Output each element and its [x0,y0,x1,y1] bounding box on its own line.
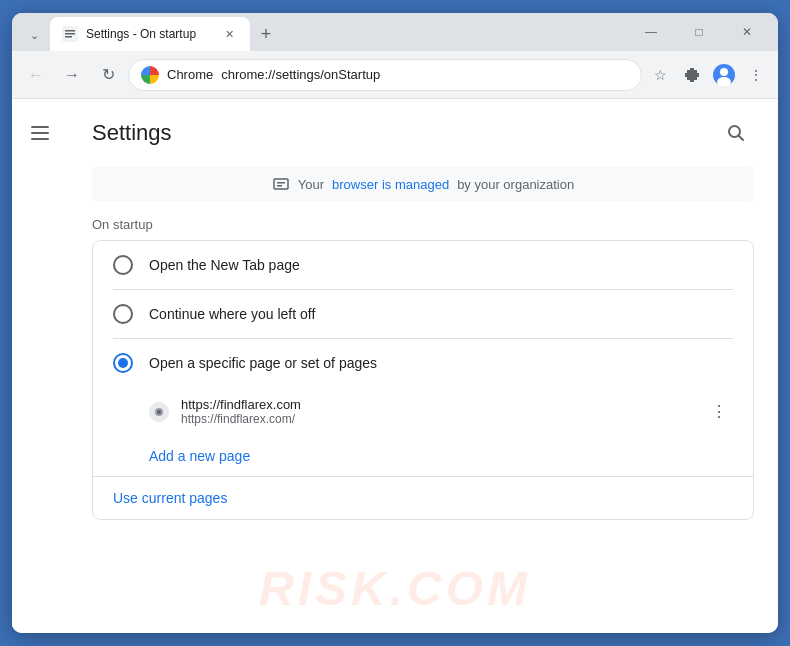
svg-line-8 [739,136,744,141]
back-button[interactable]: ← [20,59,52,91]
settings-sidebar [12,99,68,633]
chrome-logo-icon [141,66,159,84]
radio-specific-page[interactable] [113,353,133,373]
add-new-page-link[interactable]: Add a new page [93,436,753,476]
address-bar: ← → ↻ Chrome chrome://settings/onStartup… [12,51,778,99]
radio-inner-dot [118,358,128,368]
maximize-button[interactable]: □ [676,13,722,51]
address-icons: ☆ ⋮ [646,61,770,89]
forward-button[interactable]: → [56,59,88,91]
tab-title: Settings - On startup [86,27,212,41]
reload-button[interactable]: ↻ [92,59,124,91]
page-url-sub: https://findflarex.com/ [181,412,693,426]
page-content: Settings Your browser is managed by your… [12,99,778,633]
add-new-page-anchor[interactable]: Add a new page [149,448,250,464]
address-url: chrome://settings/onStartup [221,67,629,82]
extensions-icon[interactable] [678,61,706,89]
svg-rect-11 [277,185,282,187]
options-card: Open the New Tab page Continue where you… [92,240,754,520]
managed-link[interactable]: browser is managed [332,177,449,192]
svg-point-5 [720,68,728,76]
profile-icon[interactable] [710,61,738,89]
option-specific-page[interactable]: Open a specific page or set of pages [93,339,753,387]
tab-favicon [62,26,78,42]
radio-continue[interactable] [113,304,133,324]
page-entry-menu-button[interactable]: ⋮ [705,398,733,426]
radio-new-tab[interactable] [113,255,133,275]
svg-point-14 [157,410,161,414]
tab-close-button[interactable]: ✕ [220,25,238,43]
section-title: On startup [92,217,754,232]
window-controls: — □ ✕ [628,13,770,51]
active-tab[interactable]: Settings - On startup ✕ [50,17,250,51]
on-startup-section: On startup Open the New Tab page Continu… [68,217,778,520]
option-continue-label: Continue where you left off [149,306,315,322]
title-bar: ⌄ Settings - On startup ✕ + — □ ✕ [12,13,778,51]
option-new-tab-label: Open the New Tab page [149,257,300,273]
page-urls: https://findflarex.com https://findflare… [181,397,693,426]
bookmark-icon[interactable]: ☆ [646,61,674,89]
page-url-main: https://findflarex.com [181,397,693,412]
new-tab-button[interactable]: + [252,20,280,48]
svg-rect-10 [277,182,285,184]
managed-text-after: by your organization [457,177,574,192]
close-button[interactable]: ✕ [724,13,770,51]
hamburger-line-3 [31,138,49,140]
sidebar-menu-button[interactable] [22,115,58,151]
address-field[interactable]: Chrome chrome://settings/onStartup [128,59,642,91]
svg-rect-2 [65,33,75,35]
option-continue[interactable]: Continue where you left off [93,290,753,338]
search-button[interactable] [718,115,754,151]
use-current-pages-link[interactable]: Use current pages [113,490,227,506]
svg-rect-9 [274,179,288,189]
page-title: Settings [92,120,172,146]
svg-rect-1 [65,30,75,32]
managed-banner: Your browser is managed by your organiza… [92,167,754,201]
menu-icon[interactable]: ⋮ [742,61,770,89]
minimize-button[interactable]: — [628,13,674,51]
hamburger-line-1 [31,126,49,128]
option-specific-page-label: Open a specific page or set of pages [149,355,377,371]
page-entry: https://findflarex.com https://findflare… [93,387,753,436]
page-entry-favicon [149,402,169,422]
settings-header: Settings [68,99,778,167]
use-current-section: Use current pages [93,476,753,519]
svg-rect-3 [65,36,72,38]
managed-text-before: Your [298,177,324,192]
settings-main: Settings Your browser is managed by your… [68,99,778,633]
hamburger-line-2 [31,132,49,134]
tab-arrow-icon[interactable]: ⌄ [20,19,48,51]
address-brand: Chrome [167,67,213,82]
option-new-tab[interactable]: Open the New Tab page [93,241,753,289]
